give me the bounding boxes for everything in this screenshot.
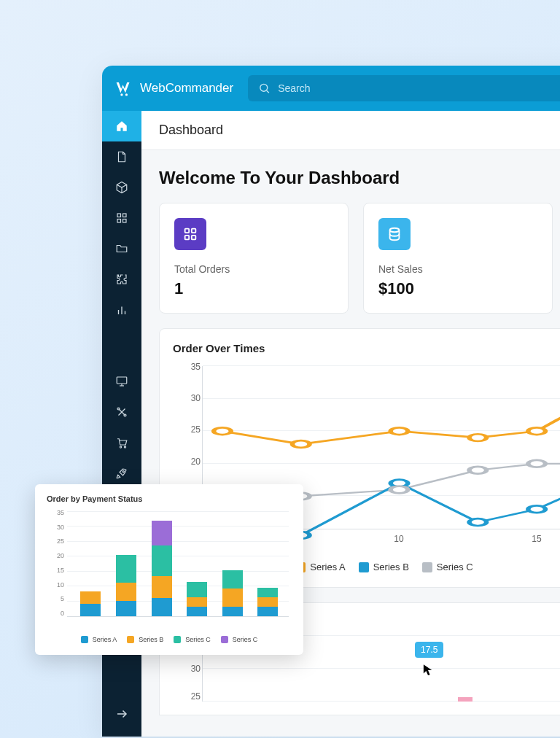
orders-label: Total Orders xyxy=(174,263,333,275)
y-tick: 20 xyxy=(173,457,201,467)
y-tick: 25 xyxy=(47,537,64,545)
x-tick: 15 xyxy=(532,534,541,544)
svg-point-39 xyxy=(528,460,545,467)
y-tick: 0 xyxy=(47,610,64,617)
stat-card-netsales[interactable]: Net Sales $100 xyxy=(363,203,553,314)
svg-rect-7 xyxy=(123,220,127,223)
legend-item-c[interactable]: Series C xyxy=(422,562,473,572)
netsales-value: $100 xyxy=(378,279,537,298)
bar-chart-icon xyxy=(115,303,128,316)
grid-icon xyxy=(115,211,128,225)
sidebar-item-tools[interactable] xyxy=(102,397,141,427)
puzzle-icon xyxy=(115,273,128,286)
legend-label: Series B xyxy=(139,636,163,643)
y-tick: 10 xyxy=(47,581,64,589)
sidebar-item-document[interactable] xyxy=(102,141,141,172)
search-box[interactable] xyxy=(248,75,560,101)
search-input[interactable] xyxy=(278,82,560,94)
legend-item-b[interactable]: Series B xyxy=(359,562,409,572)
document-icon xyxy=(115,150,128,163)
y-tick: 15 xyxy=(47,567,64,574)
cube-icon xyxy=(115,181,128,194)
svg-point-34 xyxy=(528,505,545,513)
legend-item-b[interactable]: Series B xyxy=(127,636,163,643)
sidebar-item-puzzle[interactable] xyxy=(102,264,141,295)
brand-logo-icon xyxy=(115,79,134,98)
svg-point-29 xyxy=(528,427,545,435)
svg-line-3 xyxy=(267,90,269,93)
home-icon xyxy=(115,120,128,133)
sidebar-item-folder[interactable] xyxy=(102,233,141,264)
legend-item-d[interactable]: Series C xyxy=(221,636,258,643)
brand-name: WebCommander xyxy=(140,81,233,96)
chart2-tooltip: 17.5 xyxy=(415,642,443,658)
sidebar-item-cube[interactable] xyxy=(102,172,141,203)
database-icon xyxy=(386,226,402,242)
svg-rect-6 xyxy=(117,220,121,223)
rocket-icon xyxy=(115,467,128,480)
arrow-right-icon xyxy=(115,707,128,720)
y-tick: 20 xyxy=(47,552,64,559)
svg-point-33 xyxy=(469,518,486,526)
svg-rect-4 xyxy=(117,214,121,217)
tools-icon xyxy=(115,405,128,419)
x-tick: 10 xyxy=(394,534,403,544)
y-tick: 35 xyxy=(173,362,201,372)
netsales-icon xyxy=(378,218,411,250)
svg-point-25 xyxy=(214,427,231,435)
sidebar-item-home[interactable] xyxy=(102,111,141,141)
sidebar-item-cart[interactable] xyxy=(102,427,141,458)
stacked-bar xyxy=(187,582,207,616)
apps-icon xyxy=(182,226,198,242)
svg-point-1 xyxy=(125,93,128,96)
netsales-label: Net Sales xyxy=(378,263,537,275)
brand[interactable]: WebCommander xyxy=(115,79,233,98)
stat-card-orders[interactable]: Total Orders 1 xyxy=(159,203,349,314)
legend-item-a[interactable]: Series A xyxy=(81,636,117,643)
y-tick: 5 xyxy=(47,595,64,602)
svg-point-38 xyxy=(469,467,486,474)
sidebar-collapse[interactable] xyxy=(102,699,141,729)
svg-point-16 xyxy=(120,446,121,448)
search-icon xyxy=(258,82,271,95)
svg-rect-22 xyxy=(185,236,189,240)
stacked-legend: Series A Series B Series C Series C xyxy=(47,636,292,643)
stacked-plot xyxy=(67,512,289,617)
y-tick: 25 xyxy=(173,691,201,702)
svg-point-37 xyxy=(391,486,408,494)
sidebar-item-stats[interactable] xyxy=(102,295,141,325)
svg-point-0 xyxy=(120,93,122,96)
float-card-payment-status: Order by Payment Status 0 5 10 15 20 25 … xyxy=(35,484,303,655)
sidebar-item-monitor[interactable] xyxy=(102,366,141,397)
sidebar-item-grid[interactable] xyxy=(102,203,141,233)
float-card-title: Order by Payment Status xyxy=(47,494,292,503)
svg-rect-21 xyxy=(192,229,196,233)
svg-rect-23 xyxy=(192,236,196,240)
stacked-bar xyxy=(152,521,172,616)
legend-label: Series C xyxy=(185,636,211,643)
cart-icon xyxy=(115,436,128,449)
svg-point-2 xyxy=(260,84,268,91)
chart2-bar xyxy=(458,697,472,702)
folder-icon xyxy=(115,242,128,255)
orders-value: 1 xyxy=(174,279,333,298)
legend-label: Series C xyxy=(437,562,473,572)
stat-cards-row: Total Orders 1 Net Sales $100 xyxy=(159,203,560,314)
chart-title: Order Over Times xyxy=(173,342,560,354)
y-tick: 30 xyxy=(173,664,201,674)
svg-point-28 xyxy=(469,434,486,441)
stacked-bar xyxy=(116,555,136,616)
legend-label: Series A xyxy=(310,562,345,572)
svg-point-27 xyxy=(391,427,408,435)
svg-rect-20 xyxy=(185,229,189,233)
y-tick: 30 xyxy=(173,393,201,403)
svg-point-17 xyxy=(124,446,125,448)
legend-item-c[interactable]: Series C xyxy=(174,636,211,643)
legend-label: Series A xyxy=(93,636,117,643)
stacked-bar xyxy=(257,588,278,616)
y-tick: 25 xyxy=(173,424,201,435)
monitor-icon xyxy=(115,375,128,388)
stacked-bar xyxy=(80,591,101,616)
svg-rect-5 xyxy=(123,214,127,217)
svg-point-26 xyxy=(292,440,310,448)
